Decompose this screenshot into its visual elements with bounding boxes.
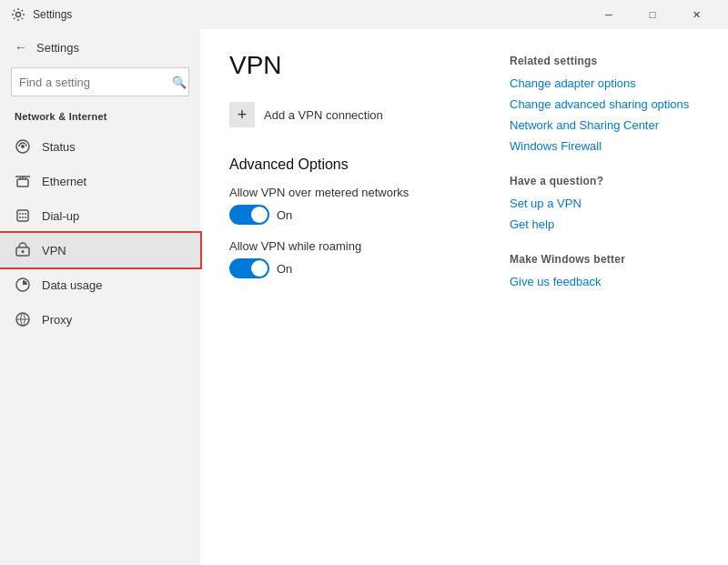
feedback-link[interactable]: Give us feedback [510, 275, 692, 288]
search-input[interactable] [19, 76, 172, 89]
content-main: VPN + Add a VPN connection Advanced Opti… [229, 51, 455, 543]
related-link-adapter[interactable]: Change adapter options [510, 76, 692, 90]
option1-toggle-row: On [229, 205, 455, 225]
sidebar-label-proxy: Proxy [42, 313, 72, 327]
related-link-network-center[interactable]: Network and Sharing Center [510, 118, 692, 132]
sidebar-item-datausage[interactable]: Data usage [0, 267, 200, 302]
svg-point-10 [25, 217, 26, 218]
sidebar-item-proxy[interactable]: Proxy [0, 302, 200, 337]
sidebar-item-status[interactable]: Status [0, 129, 200, 164]
title-bar-controls: ─ □ ✕ [588, 0, 717, 29]
svg-point-5 [19, 213, 21, 215]
svg-point-2 [21, 145, 25, 148]
question-title: Have a question? [510, 175, 692, 187]
main-content: VPN + Add a VPN connection Advanced Opti… [200, 29, 728, 565]
svg-point-8 [19, 217, 21, 218]
ethernet-icon [15, 173, 31, 189]
page-title: VPN [229, 51, 455, 80]
content-sidebar: Related settings Change adapter options … [510, 51, 692, 543]
status-icon [15, 138, 31, 155]
sidebar-item-vpn[interactable]: VPN [0, 233, 200, 267]
proxy-icon [15, 311, 31, 328]
question-block: Have a question? Set up a VPN Get help [510, 175, 692, 231]
settings-icon [11, 7, 25, 22]
title-bar: Settings ─ □ ✕ [0, 0, 728, 29]
feedback-title: Make Windows better [510, 253, 692, 266]
add-vpn-button[interactable]: + Add a VPN connection [229, 98, 455, 131]
sidebar: ← Settings 🔍 Network & Internet Status [0, 29, 200, 565]
sidebar-label-status: Status [42, 140, 76, 154]
close-button[interactable]: ✕ [675, 0, 717, 29]
sidebar-back-label: Settings [36, 41, 79, 55]
sidebar-back-button[interactable]: ← Settings [0, 33, 200, 62]
related-settings-block: Related settings Change adapter options … [510, 55, 692, 153]
svg-point-9 [22, 217, 24, 218]
svg-point-0 [16, 13, 21, 17]
related-link-firewall[interactable]: Windows Firewall [510, 139, 692, 153]
option2-label: Allow VPN while roaming [229, 239, 455, 253]
option1-toggle[interactable] [229, 205, 269, 225]
option2-toggle-label: On [277, 262, 292, 276]
search-box[interactable]: 🔍 [11, 67, 189, 96]
advanced-options-heading: Advanced Options [229, 156, 455, 173]
svg-rect-4 [17, 210, 28, 221]
option1-toggle-label: On [277, 208, 292, 222]
sidebar-label-vpn: VPN [42, 244, 66, 257]
sidebar-item-dialup[interactable]: Dial-up [0, 198, 200, 233]
datausage-icon [15, 277, 31, 293]
add-vpn-label: Add a VPN connection [264, 108, 383, 122]
vpn-icon [15, 242, 31, 258]
app-body: ← Settings 🔍 Network & Internet Status [0, 29, 728, 565]
title-bar-title: Settings [33, 8, 72, 21]
question-link-help[interactable]: Get help [510, 217, 692, 231]
svg-point-12 [22, 250, 25, 253]
sidebar-label-datausage: Data usage [42, 278, 103, 292]
minimize-button[interactable]: ─ [588, 0, 630, 29]
sidebar-item-ethernet[interactable]: Ethernet [0, 164, 200, 198]
back-arrow-icon: ← [15, 40, 27, 55]
svg-rect-3 [17, 179, 28, 187]
title-bar-left: Settings [11, 7, 588, 22]
option2-toggle[interactable] [229, 258, 269, 278]
question-link-setup[interactable]: Set up a VPN [510, 197, 692, 210]
svg-point-7 [25, 213, 26, 215]
sidebar-label-ethernet: Ethernet [42, 175, 86, 188]
search-icon: 🔍 [172, 76, 187, 89]
add-icon: + [229, 102, 255, 127]
related-settings-title: Related settings [510, 55, 692, 67]
dialup-icon [15, 207, 31, 224]
option2-toggle-row: On [229, 258, 455, 278]
sidebar-label-dialup: Dial-up [42, 209, 79, 223]
maximize-button[interactable]: □ [632, 0, 673, 29]
feedback-block: Make Windows better Give us feedback [510, 253, 692, 288]
related-link-sharing[interactable]: Change advanced sharing options [510, 97, 692, 111]
option1-label: Allow VPN over metered networks [229, 186, 455, 199]
svg-point-6 [22, 213, 24, 215]
sidebar-section-title: Network & Internet [0, 106, 200, 129]
